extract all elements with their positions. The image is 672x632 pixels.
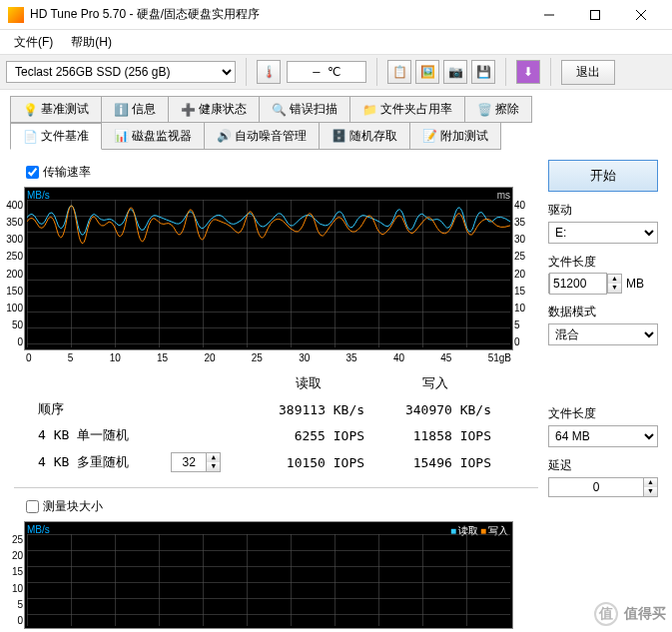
read-header: 读取	[246, 371, 370, 395]
menubar: 文件(F) 帮助(H)	[0, 30, 672, 54]
tab-附加测试[interactable]: 📝附加测试	[409, 123, 501, 150]
temperature-readout: — ℃	[287, 61, 366, 83]
delay-input[interactable]	[549, 480, 643, 494]
tab-文件夹占用率[interactable]: 📁文件夹占用率	[349, 96, 465, 123]
data-mode-label: 数据模式	[548, 304, 658, 320]
table-row: 顺序389113 KB/s340970 KB/s	[32, 397, 497, 421]
drive-field-label: 驱动	[548, 202, 658, 219]
delay-label: 延迟	[548, 457, 658, 474]
file-length-unit: MB	[626, 277, 644, 291]
file-length-2-label: 文件长度	[548, 405, 658, 422]
app-icon	[8, 7, 24, 23]
save-icon[interactable]: 💾	[471, 60, 495, 84]
tab-信息[interactable]: ℹ️信息	[101, 96, 169, 123]
table-row: 4 KB 多重随机▲▼10150 IOPS15496 IOPS	[32, 449, 497, 475]
tab-icon: 📊	[114, 129, 128, 143]
transfer-rate-checkbox[interactable]	[26, 166, 39, 179]
close-button[interactable]	[618, 0, 664, 30]
block-size-checkbox[interactable]	[26, 500, 39, 513]
tab-基准测试[interactable]: 💡基准测试	[10, 96, 102, 123]
tab-icon: 🔍	[272, 103, 286, 117]
drive-select[interactable]: Teclast 256GB SSD (256 gB)	[6, 61, 236, 83]
start-button[interactable]: 开始	[548, 160, 658, 192]
tab-icon: 🗄️	[332, 129, 345, 143]
tab-icon: 📄	[23, 130, 37, 144]
table-row: 4 KB 单一随机6255 IOPS11858 IOPS	[32, 423, 497, 447]
file-length-label: 文件长度	[548, 254, 658, 271]
tab-文件基准[interactable]: 📄文件基准	[10, 123, 102, 150]
maximize-button[interactable]	[572, 0, 618, 30]
titlebar: HD Tune Pro 5.70 - 硬盘/固态硬盘实用程序	[0, 0, 672, 30]
tab-icon: ➕	[181, 103, 195, 117]
tab-错误扫描[interactable]: 🔍错误扫描	[259, 96, 350, 123]
minimize-button[interactable]	[526, 0, 572, 30]
tab-icon: ℹ️	[114, 103, 128, 117]
camera-icon[interactable]: 📷	[443, 60, 467, 84]
tab-随机存取[interactable]: 🗄️随机存取	[319, 123, 410, 150]
tab-icon: 🔊	[217, 129, 231, 143]
tab-擦除[interactable]: 🗑️擦除	[464, 96, 532, 123]
tab-健康状态[interactable]: ➕健康状态	[168, 96, 260, 123]
transfer-rate-label: 传输速率	[43, 164, 91, 181]
tab-icon: 📁	[362, 103, 376, 117]
block-size-label: 测量块大小	[43, 498, 103, 515]
drive-letter-select[interactable]: E:	[548, 222, 658, 244]
menu-file[interactable]: 文件(F)	[6, 32, 61, 53]
copy-screenshot-icon[interactable]: 🖼️	[415, 60, 439, 84]
spin-up-icon[interactable]: ▲	[607, 275, 621, 284]
spin-down-icon[interactable]: ▼	[206, 462, 220, 471]
watermark-icon: 值	[594, 602, 618, 626]
tab-icon: 📝	[422, 129, 436, 143]
thermometer-icon[interactable]: 🌡️	[257, 60, 281, 84]
file-length-2-select[interactable]: 64 MB	[548, 425, 658, 447]
tab-strip: 💡基准测试ℹ️信息➕健康状态🔍错误扫描📁文件夹占用率🗑️擦除 📄文件基准📊磁盘监…	[0, 90, 672, 150]
copy-text-icon[interactable]: 📋	[387, 60, 411, 84]
tab-icon: 🗑️	[477, 103, 491, 117]
tab-自动噪音管理[interactable]: 🔊自动噪音管理	[204, 123, 320, 150]
data-mode-select[interactable]: 混合	[548, 323, 658, 345]
menu-help[interactable]: 帮助(H)	[63, 32, 120, 53]
transfer-rate-chart: MB/s ms 400350300250200150100500 4035302…	[24, 187, 513, 350]
write-header: 写入	[372, 371, 497, 395]
tab-icon: 💡	[23, 103, 37, 117]
settings-icon[interactable]: ⬇	[516, 60, 540, 84]
window-title: HD Tune Pro 5.70 - 硬盘/固态硬盘实用程序	[30, 6, 526, 23]
file-length-input[interactable]	[549, 273, 607, 295]
block-size-chart: MB/s 读取 写入 2520151050	[24, 521, 513, 629]
spin-up-icon[interactable]: ▲	[206, 453, 220, 462]
tab-磁盘监视器[interactable]: 📊磁盘监视器	[101, 123, 205, 150]
toolbar: Teclast 256GB SSD (256 gB) 🌡️ — ℃ 📋 🖼️ 📷…	[0, 54, 672, 90]
spin-down-icon[interactable]: ▼	[607, 284, 621, 293]
queue-depth-input[interactable]	[172, 455, 206, 469]
results-table: 读取写入 顺序389113 KB/s340970 KB/s4 KB 单一随机62…	[30, 369, 499, 477]
spin-up-icon[interactable]: ▲	[643, 478, 657, 487]
exit-button[interactable]: 退出	[561, 60, 615, 85]
watermark: 值 值得买	[594, 602, 666, 626]
svg-rect-1	[591, 10, 600, 19]
spin-down-icon[interactable]: ▼	[643, 487, 657, 496]
